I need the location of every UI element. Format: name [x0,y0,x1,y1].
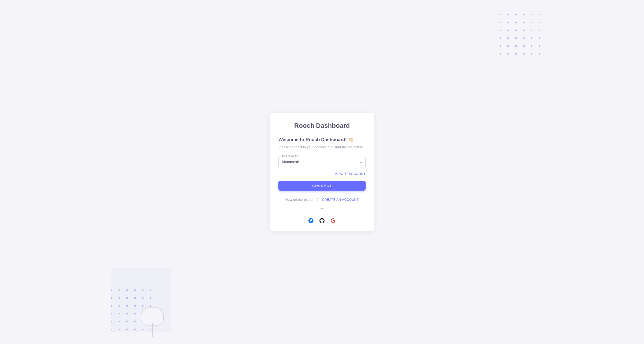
divider-line-right [327,209,366,209]
divider: or [278,207,366,211]
welcome-heading: Welcome to Rooch Dashboard! 👋🏻 [278,137,366,142]
google-icon[interactable] [330,217,336,224]
wallet-select[interactable]: Metamask [278,156,366,168]
connect-button[interactable]: CONNECT [278,181,366,191]
import-account-link[interactable]: IMPORT ACCOUNT [278,172,366,176]
decorative-dots-top [500,14,540,55]
wallet-select-wrapper: Select Wallet Metamask [278,156,366,168]
login-card: Rooch Dashboard Welcome to Rooch Dashboa… [270,113,374,232]
github-icon[interactable] [319,217,325,224]
facebook-icon[interactable] [308,217,314,224]
create-account-link[interactable]: CREATE AN ACCOUNT [322,198,359,202]
tree-illustration [136,307,168,337]
signup-row: New on our platform? CREATE AN ACCOUNT [278,198,366,202]
divider-line-left [278,209,317,209]
social-login-row [278,217,366,224]
welcome-subtitle: Please connect to your account and start… [278,145,366,150]
divider-text: or [317,207,327,211]
signup-prompt: New on our platform? [285,198,318,202]
chevron-down-icon [360,160,362,164]
app-title: Rooch Dashboard [278,122,366,129]
wallet-select-label: Select Wallet [281,154,299,157]
wallet-selected-value: Metamask [282,160,299,164]
